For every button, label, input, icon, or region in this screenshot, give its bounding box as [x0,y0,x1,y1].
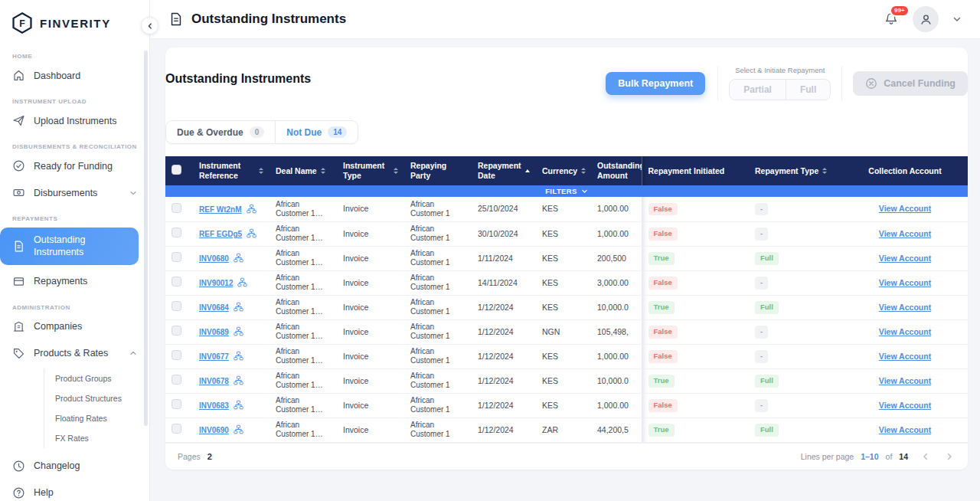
row-checkbox[interactable] [172,203,181,213]
deal-name-cell: African Customer 1 ID... [270,270,337,295]
col-repayment-type[interactable]: Repayment Type [749,156,842,185]
deal-name-cell: African Customer 1 ID... [270,319,337,344]
view-account-link[interactable]: View Account [879,327,931,336]
sidebar-subitem-floating-rates[interactable]: Floating Rates [44,408,149,428]
row-checkbox[interactable] [172,277,181,287]
repayment-type-cell: - [749,270,842,295]
instrument-reference-link[interactable]: INV0684 [199,303,229,312]
cancel-funding-button[interactable]: Cancel Funding [853,71,968,96]
filters-bar[interactable]: FILTERS [165,185,968,197]
sidebar-item-upload-instruments[interactable]: Upload Instruments [0,107,149,134]
col-repaying-party[interactable]: Repaying Party [404,156,472,185]
view-account-link[interactable]: View Account [879,229,931,238]
table-row: INV0690African Customer 1 ID...InvoiceAf… [165,418,968,442]
row-checkbox[interactable] [172,424,181,434]
sidebar-item-repayments[interactable]: Repayments [0,268,149,295]
user-avatar[interactable] [913,6,939,32]
view-account-link[interactable]: View Account [879,303,931,312]
question-circle-icon [12,486,25,499]
sidebar-scrollbar[interactable] [144,51,148,426]
sidebar-collapse-button[interactable] [141,17,158,34]
tab-due-and-overdue[interactable]: Due & Overdue 0 [166,121,275,143]
account-menu-chevron-icon[interactable] [952,15,962,24]
row-checkbox[interactable] [172,399,181,409]
row-select-cell [165,418,193,442]
partial-button[interactable]: Partial [729,79,786,100]
column-label: Instrument Reference [199,161,255,181]
repayment-type-badge: Full [755,424,779,437]
outstanding-amount-cell: 105,498, [591,319,642,344]
sidebar-subitem-product-groups[interactable]: Product Groups [44,368,149,388]
col-repayment-initiated[interactable]: Repayment Initiated [642,156,749,185]
sidebar-item-ready-for-funding[interactable]: Ready for Funding [0,152,149,179]
row-checkbox[interactable] [172,375,181,385]
view-account-link[interactable]: View Account [879,425,931,434]
table-body: REF Wt2nMAfrican Customer 1 ID...Invoice… [165,197,968,442]
col-repayment-date[interactable]: Repayment Date [472,156,536,185]
column-label: Collection Account [868,166,941,175]
sidebar-item-label: Disbursements [34,188,97,198]
instrument-reference-link[interactable]: INV0678 [199,377,229,385]
view-account-link[interactable]: View Account [879,278,931,287]
sidebar-item-companies[interactable]: Companies [0,313,149,340]
view-account-link[interactable]: View Account [879,376,931,385]
bulk-repayment-button[interactable]: Bulk Repayment [606,72,705,95]
full-button[interactable]: Full [786,79,831,100]
sidebar-item-changelog[interactable]: Changelog [0,453,149,480]
column-label: Deal Name [276,166,317,176]
hierarchy-icon [234,375,243,385]
collection-account-cell: View Account [842,270,968,295]
lines-per-page-value[interactable]: 1–10 [861,452,878,461]
repayment-type-cell: - [749,221,842,246]
sidebar-item-products-and-rates[interactable]: Products & Rates [0,340,149,367]
repayment-initiated-cell: False [642,221,749,246]
repayment-initiated-badge: True [648,252,675,265]
col-collection-account[interactable]: Collection Account [842,156,968,185]
tab-not-due[interactable]: Not Due 14 [275,121,358,143]
instrument-reference-link[interactable]: INV0683 [199,401,229,410]
instrument-reference-link[interactable]: INV0689 [199,328,229,336]
row-checkbox[interactable] [172,252,181,262]
col-currency[interactable]: Currency [536,156,591,185]
instrument-reference-link[interactable]: INV90012 [199,279,233,287]
view-account-link[interactable]: View Account [879,401,931,410]
sidebar-subitem-fx-rates[interactable]: FX Rates [44,428,149,448]
sidebar-item-disbursements[interactable]: Disbursements [0,179,149,206]
view-account-link[interactable]: View Account [879,204,931,213]
instrument-reference-link[interactable]: INV0680 [199,254,229,263]
instrument-reference-link[interactable]: REF Wt2nM [199,205,242,214]
previous-page-button[interactable] [920,450,932,463]
instrument-reference-link[interactable]: INV0690 [199,426,229,434]
repayment-initiated-cell: False [642,393,749,418]
sidebar-item-dashboard[interactable]: Dashboard [0,62,149,89]
view-account-link[interactable]: View Account [879,254,931,263]
col-outstanding-amount[interactable]: Outstanding Amount [591,156,642,185]
card-actions: Bulk Repayment Select & Initiate Repayme… [606,66,968,100]
repayment-initiated-cell: True [642,246,749,270]
row-checkbox[interactable] [172,228,181,237]
view-account-link[interactable]: View Account [879,352,931,361]
sort-icon [822,168,827,174]
select-all-checkbox[interactable] [172,165,181,175]
currency-cell: KES [536,344,591,368]
notifications-bell-icon[interactable]: 99+ [884,11,899,27]
repayment-initiated-badge: False [648,203,678,216]
repayment-type-badge: Full [755,375,779,388]
hierarchy-icon [234,253,243,263]
sidebar-subitem-product-structures[interactable]: Product Structures [44,388,149,408]
instrument-reference-link[interactable]: INV0677 [199,352,229,361]
next-page-button[interactable] [943,450,956,463]
sidebar-item-help[interactable]: Help [0,480,149,501]
col-deal-name[interactable]: Deal Name [270,156,337,185]
pagination-controls: Lines per page 1–10 of 14 [801,450,956,463]
col-instrument-type[interactable]: Instrument Type [337,156,404,185]
row-checkbox[interactable] [172,326,181,336]
col-instrument-reference[interactable]: Instrument Reference [193,156,270,185]
column-label: Outstanding Amount [597,161,642,181]
repayment-initiated-badge: False [648,228,678,241]
row-checkbox[interactable] [172,301,181,311]
row-checkbox[interactable] [172,350,181,360]
instrument-reference-link[interactable]: REF EGDg5 [199,230,242,238]
document-icon [12,240,25,253]
sidebar-item-outstanding-instruments[interactable]: Outstanding Instruments [0,228,139,265]
